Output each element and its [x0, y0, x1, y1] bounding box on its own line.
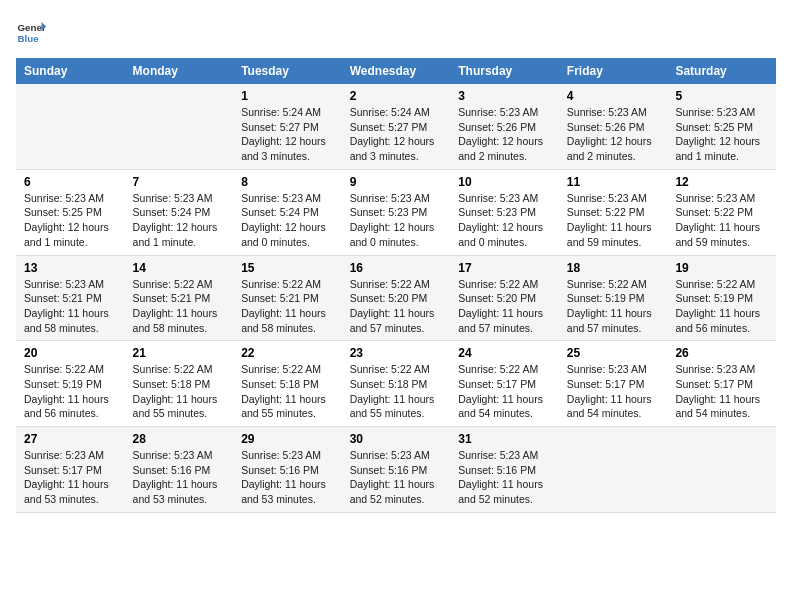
- header-cell-tuesday: Tuesday: [233, 58, 342, 84]
- day-number: 20: [24, 346, 117, 360]
- day-info: Sunrise: 5:22 AM Sunset: 5:20 PM Dayligh…: [350, 277, 443, 336]
- day-info: Sunrise: 5:23 AM Sunset: 5:26 PM Dayligh…: [458, 105, 551, 164]
- calendar-cell: [667, 427, 776, 513]
- day-info: Sunrise: 5:23 AM Sunset: 5:25 PM Dayligh…: [675, 105, 768, 164]
- calendar-cell: 30Sunrise: 5:23 AM Sunset: 5:16 PM Dayli…: [342, 427, 451, 513]
- header-cell-saturday: Saturday: [667, 58, 776, 84]
- calendar-cell: 12Sunrise: 5:23 AM Sunset: 5:22 PM Dayli…: [667, 169, 776, 255]
- day-number: 1: [241, 89, 334, 103]
- day-info: Sunrise: 5:23 AM Sunset: 5:16 PM Dayligh…: [133, 448, 226, 507]
- logo: General Blue: [16, 16, 50, 46]
- day-number: 29: [241, 432, 334, 446]
- day-info: Sunrise: 5:23 AM Sunset: 5:25 PM Dayligh…: [24, 191, 117, 250]
- day-number: 22: [241, 346, 334, 360]
- calendar-cell: 31Sunrise: 5:23 AM Sunset: 5:16 PM Dayli…: [450, 427, 559, 513]
- day-info: Sunrise: 5:22 AM Sunset: 5:18 PM Dayligh…: [133, 362, 226, 421]
- calendar-cell: 5Sunrise: 5:23 AM Sunset: 5:25 PM Daylig…: [667, 84, 776, 169]
- calendar-cell: 11Sunrise: 5:23 AM Sunset: 5:22 PM Dayli…: [559, 169, 668, 255]
- calendar-cell: 16Sunrise: 5:22 AM Sunset: 5:20 PM Dayli…: [342, 255, 451, 341]
- day-number: 23: [350, 346, 443, 360]
- calendar-cell: [16, 84, 125, 169]
- day-info: Sunrise: 5:23 AM Sunset: 5:22 PM Dayligh…: [675, 191, 768, 250]
- day-info: Sunrise: 5:23 AM Sunset: 5:22 PM Dayligh…: [567, 191, 660, 250]
- calendar-cell: 3Sunrise: 5:23 AM Sunset: 5:26 PM Daylig…: [450, 84, 559, 169]
- day-info: Sunrise: 5:23 AM Sunset: 5:16 PM Dayligh…: [458, 448, 551, 507]
- calendar-cell: 14Sunrise: 5:22 AM Sunset: 5:21 PM Dayli…: [125, 255, 234, 341]
- calendar-cell: 2Sunrise: 5:24 AM Sunset: 5:27 PM Daylig…: [342, 84, 451, 169]
- day-info: Sunrise: 5:23 AM Sunset: 5:23 PM Dayligh…: [458, 191, 551, 250]
- calendar-cell: 4Sunrise: 5:23 AM Sunset: 5:26 PM Daylig…: [559, 84, 668, 169]
- day-number: 5: [675, 89, 768, 103]
- day-number: 6: [24, 175, 117, 189]
- svg-text:Blue: Blue: [18, 33, 40, 44]
- day-number: 12: [675, 175, 768, 189]
- day-number: 30: [350, 432, 443, 446]
- day-info: Sunrise: 5:23 AM Sunset: 5:16 PM Dayligh…: [350, 448, 443, 507]
- calendar-cell: 27Sunrise: 5:23 AM Sunset: 5:17 PM Dayli…: [16, 427, 125, 513]
- header-row: SundayMondayTuesdayWednesdayThursdayFrid…: [16, 58, 776, 84]
- day-number: 2: [350, 89, 443, 103]
- calendar-cell: 18Sunrise: 5:22 AM Sunset: 5:19 PM Dayli…: [559, 255, 668, 341]
- header-cell-wednesday: Wednesday: [342, 58, 451, 84]
- day-info: Sunrise: 5:22 AM Sunset: 5:19 PM Dayligh…: [675, 277, 768, 336]
- day-info: Sunrise: 5:23 AM Sunset: 5:24 PM Dayligh…: [241, 191, 334, 250]
- calendar-table: SundayMondayTuesdayWednesdayThursdayFrid…: [16, 58, 776, 513]
- header-cell-thursday: Thursday: [450, 58, 559, 84]
- header-cell-friday: Friday: [559, 58, 668, 84]
- calendar-cell: 17Sunrise: 5:22 AM Sunset: 5:20 PM Dayli…: [450, 255, 559, 341]
- day-number: 17: [458, 261, 551, 275]
- calendar-cell: 29Sunrise: 5:23 AM Sunset: 5:16 PM Dayli…: [233, 427, 342, 513]
- calendar-cell: 19Sunrise: 5:22 AM Sunset: 5:19 PM Dayli…: [667, 255, 776, 341]
- day-info: Sunrise: 5:23 AM Sunset: 5:16 PM Dayligh…: [241, 448, 334, 507]
- calendar-cell: 8Sunrise: 5:23 AM Sunset: 5:24 PM Daylig…: [233, 169, 342, 255]
- day-number: 26: [675, 346, 768, 360]
- calendar-cell: 7Sunrise: 5:23 AM Sunset: 5:24 PM Daylig…: [125, 169, 234, 255]
- calendar-cell: 25Sunrise: 5:23 AM Sunset: 5:17 PM Dayli…: [559, 341, 668, 427]
- day-info: Sunrise: 5:22 AM Sunset: 5:18 PM Dayligh…: [350, 362, 443, 421]
- day-info: Sunrise: 5:22 AM Sunset: 5:20 PM Dayligh…: [458, 277, 551, 336]
- day-number: 11: [567, 175, 660, 189]
- calendar-week-3: 20Sunrise: 5:22 AM Sunset: 5:19 PM Dayli…: [16, 341, 776, 427]
- day-number: 21: [133, 346, 226, 360]
- calendar-cell: 22Sunrise: 5:22 AM Sunset: 5:18 PM Dayli…: [233, 341, 342, 427]
- day-number: 13: [24, 261, 117, 275]
- day-info: Sunrise: 5:23 AM Sunset: 5:23 PM Dayligh…: [350, 191, 443, 250]
- header: General Blue: [16, 16, 776, 46]
- day-info: Sunrise: 5:22 AM Sunset: 5:19 PM Dayligh…: [24, 362, 117, 421]
- calendar-cell: 28Sunrise: 5:23 AM Sunset: 5:16 PM Dayli…: [125, 427, 234, 513]
- calendar-cell: 15Sunrise: 5:22 AM Sunset: 5:21 PM Dayli…: [233, 255, 342, 341]
- day-number: 15: [241, 261, 334, 275]
- day-info: Sunrise: 5:24 AM Sunset: 5:27 PM Dayligh…: [241, 105, 334, 164]
- day-info: Sunrise: 5:23 AM Sunset: 5:24 PM Dayligh…: [133, 191, 226, 250]
- day-info: Sunrise: 5:22 AM Sunset: 5:21 PM Dayligh…: [241, 277, 334, 336]
- day-number: 9: [350, 175, 443, 189]
- calendar-week-0: 1Sunrise: 5:24 AM Sunset: 5:27 PM Daylig…: [16, 84, 776, 169]
- day-info: Sunrise: 5:22 AM Sunset: 5:18 PM Dayligh…: [241, 362, 334, 421]
- day-number: 18: [567, 261, 660, 275]
- day-number: 24: [458, 346, 551, 360]
- calendar-cell: 21Sunrise: 5:22 AM Sunset: 5:18 PM Dayli…: [125, 341, 234, 427]
- calendar-cell: 6Sunrise: 5:23 AM Sunset: 5:25 PM Daylig…: [16, 169, 125, 255]
- day-info: Sunrise: 5:22 AM Sunset: 5:17 PM Dayligh…: [458, 362, 551, 421]
- day-number: 14: [133, 261, 226, 275]
- calendar-week-2: 13Sunrise: 5:23 AM Sunset: 5:21 PM Dayli…: [16, 255, 776, 341]
- header-cell-monday: Monday: [125, 58, 234, 84]
- calendar-week-4: 27Sunrise: 5:23 AM Sunset: 5:17 PM Dayli…: [16, 427, 776, 513]
- day-number: 7: [133, 175, 226, 189]
- day-info: Sunrise: 5:23 AM Sunset: 5:17 PM Dayligh…: [675, 362, 768, 421]
- logo-icon: General Blue: [16, 16, 46, 46]
- calendar-cell: 13Sunrise: 5:23 AM Sunset: 5:21 PM Dayli…: [16, 255, 125, 341]
- calendar-cell: [125, 84, 234, 169]
- day-number: 27: [24, 432, 117, 446]
- calendar-cell: 1Sunrise: 5:24 AM Sunset: 5:27 PM Daylig…: [233, 84, 342, 169]
- calendar-cell: 20Sunrise: 5:22 AM Sunset: 5:19 PM Dayli…: [16, 341, 125, 427]
- day-number: 25: [567, 346, 660, 360]
- calendar-cell: [559, 427, 668, 513]
- day-number: 28: [133, 432, 226, 446]
- day-info: Sunrise: 5:23 AM Sunset: 5:17 PM Dayligh…: [24, 448, 117, 507]
- day-info: Sunrise: 5:23 AM Sunset: 5:21 PM Dayligh…: [24, 277, 117, 336]
- day-info: Sunrise: 5:22 AM Sunset: 5:21 PM Dayligh…: [133, 277, 226, 336]
- day-info: Sunrise: 5:23 AM Sunset: 5:17 PM Dayligh…: [567, 362, 660, 421]
- day-number: 16: [350, 261, 443, 275]
- calendar-body: 1Sunrise: 5:24 AM Sunset: 5:27 PM Daylig…: [16, 84, 776, 512]
